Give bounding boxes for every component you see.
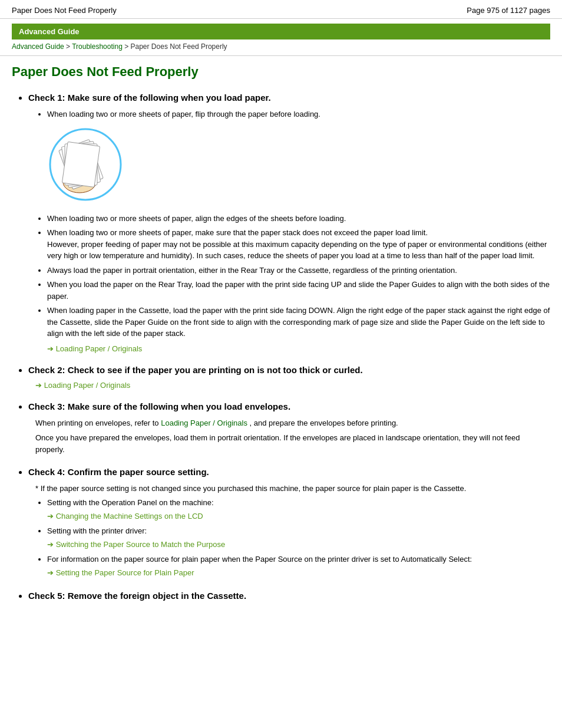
check2-link[interactable]: Loading Paper / Originals	[35, 381, 130, 390]
check1-bullet-6: When loading paper in the Cassette, load…	[47, 305, 550, 340]
svg-rect-9	[62, 141, 100, 187]
check3-heading: Check 3: Make sure of the following when…	[28, 400, 550, 413]
check4-link3[interactable]: Setting the Paper Source for Plain Paper	[47, 568, 194, 577]
breadcrumb-section[interactable]: Troubleshooting	[72, 42, 123, 51]
check1-more-bullets: When loading two or more sheets of paper…	[47, 213, 550, 340]
check1-bullet-3: When loading two or more sheets of paper…	[47, 227, 550, 262]
check1-bullets: When loading two or more sheets of paper…	[47, 108, 550, 120]
check1-heading: Check 1: Make sure of the following when…	[28, 91, 550, 104]
check3-inline-link[interactable]: Loading Paper / Originals	[161, 419, 247, 427]
check4-sub1: Setting with the Operation Panel on the …	[47, 497, 550, 522]
check1-section: Check 1: Make sure of the following when…	[12, 91, 550, 353]
page-title-header: Paper Does Not Feed Properly	[12, 6, 117, 15]
breadcrumb-current: Paper Does Not Feed Properly	[131, 42, 227, 51]
main-content: Paper Does Not Feed Properly Check 1: Ma…	[0, 64, 562, 624]
check1-bullet-2: When loading two or more sheets of paper…	[47, 213, 550, 225]
guide-banner-label: Advanced Guide	[19, 27, 80, 36]
check1-bullet-5: When you load the paper on the Rear Tray…	[47, 279, 550, 302]
check3-body1: When printing on envelopes, refer to Loa…	[35, 417, 550, 429]
check3-body2: Once you have prepared the envelopes, lo…	[35, 432, 550, 455]
check4-subitems: Setting with the Operation Panel on the …	[47, 497, 550, 579]
check3-section: Check 3: Make sure of the following when…	[12, 400, 550, 456]
guide-banner: Advanced Guide	[12, 24, 550, 39]
page-info: Page 975 of 1127 pages	[467, 6, 550, 15]
check4-note: * If the paper source setting is not cha…	[35, 483, 550, 495]
check2-section: Check 2: Check to see if the paper you a…	[12, 364, 550, 390]
check4-sub3: For information on the paper source for …	[47, 554, 550, 579]
check1-link-row: Loading Paper / Originals	[47, 344, 550, 353]
check4-link1[interactable]: Changing the Machine Settings on the LCD	[47, 512, 203, 521]
breadcrumb: Advanced Guide > Troubleshooting > Paper…	[0, 39, 562, 56]
page-header: Paper Does Not Feed Properly Page 975 of…	[0, 0, 562, 19]
check2-link-row: Loading Paper / Originals	[35, 381, 550, 390]
paper-illustration-container	[47, 126, 550, 205]
breadcrumb-home[interactable]: Advanced Guide	[12, 42, 64, 51]
check4-link2[interactable]: Switching the Paper Source to Match the …	[47, 540, 225, 549]
check4-heading: Check 4: Confirm the paper source settin…	[28, 466, 550, 478]
check2-heading: Check 2: Check to see if the paper you a…	[28, 364, 550, 376]
check5-section: Check 5: Remove the foreign object in th…	[12, 589, 550, 602]
check5-heading: Check 5: Remove the foreign object in th…	[28, 589, 550, 602]
check4-sub2: Setting with the printer driver: Switchi…	[47, 525, 550, 551]
page-main-title: Paper Does Not Feed Properly	[12, 64, 550, 80]
paper-flip-illustration	[47, 126, 124, 203]
check1-bullet-4: Always load the paper in portrait orient…	[47, 265, 550, 276]
check4-section: Check 4: Confirm the paper source settin…	[12, 466, 550, 579]
check1-link[interactable]: Loading Paper / Originals	[47, 344, 142, 353]
check1-bullet-1: When loading two or more sheets of paper…	[47, 108, 550, 120]
